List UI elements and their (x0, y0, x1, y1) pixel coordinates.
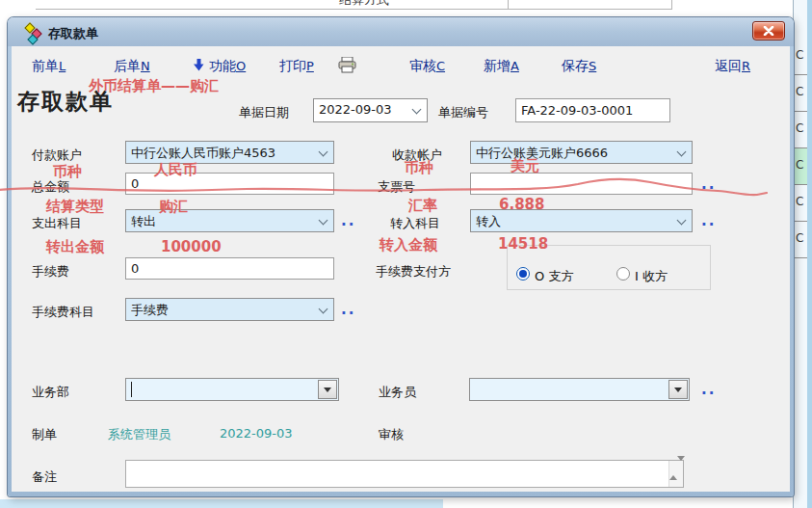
print-button[interactable]: 打印P (279, 58, 314, 75)
remark-textarea[interactable] (125, 460, 684, 488)
background-grid-line (671, 0, 672, 10)
salesman-label: 业务员 (379, 384, 416, 401)
payee-account-select[interactable]: 中行公账美元账户6666 (470, 141, 693, 164)
audit-button[interactable]: 审核C (409, 58, 445, 75)
fee-subject-browse-button[interactable]: .. (341, 301, 355, 318)
income-subject-browse-button[interactable]: .. (701, 212, 716, 229)
background-scroll-band (807, 0, 812, 508)
remark-scrollbar[interactable] (668, 461, 683, 487)
doc-date-select[interactable]: 2022-09-03 (313, 98, 428, 122)
expense-subject-browse-button[interactable]: .. (341, 212, 355, 229)
fee-subject-select[interactable]: 手续费 (125, 298, 334, 321)
annotation-currency-label-right: 币种 (405, 159, 433, 177)
fee-field[interactable]: 0 (125, 257, 334, 280)
fee-payer-radio-receiver-label[interactable]: I 收方 (635, 268, 668, 285)
dept-combo[interactable] (125, 378, 339, 401)
payer-account-label: 付款账户 (32, 147, 82, 164)
down-arrow-icon (194, 59, 204, 74)
title-bar[interactable]: 存取款单 (8, 17, 794, 46)
close-icon[interactable] (752, 21, 785, 40)
annotation-out-amount-label: 转出金额 (46, 238, 104, 256)
annotation-currency-label-left: 币种 (53, 163, 82, 181)
chevron-down-icon (677, 216, 687, 226)
doc-date-label: 单据日期 (239, 104, 289, 121)
background-window-edge (0, 499, 443, 508)
doc-no-label: 单据编号 (438, 104, 488, 121)
save-button[interactable]: 保存S (562, 58, 596, 75)
annotation-header: 外币结算单——购汇 (89, 77, 219, 95)
background-grid-line (508, 0, 509, 10)
dropdown-button[interactable] (668, 380, 688, 399)
background-table-cell: C (794, 75, 807, 112)
scroll-down-icon[interactable] (677, 456, 685, 475)
add-new-button[interactable]: 新增A (484, 58, 519, 75)
fee-payer-radio-payer[interactable] (516, 267, 530, 281)
background-column-header: 结算方式 (339, 0, 389, 9)
annotation-out-amount: 100000 (161, 238, 222, 255)
auditor-label: 审核 (379, 426, 404, 443)
next-doc-button[interactable]: 后单N (114, 58, 150, 75)
annotation-in-amount-label: 转入金额 (380, 236, 437, 254)
expense-subject-select[interactable]: 转出 (125, 209, 334, 232)
background-table-cell: C (794, 185, 807, 222)
fee-subject-label: 手续费科目 (32, 304, 94, 321)
chevron-down-icon (319, 305, 328, 314)
annotation-currency-right: 美元 (511, 157, 539, 175)
expense-subject-label: 支出科目 (32, 215, 82, 232)
function-button[interactable]: 功能O (209, 58, 246, 75)
annotation-settle-type-label: 结算类型 (46, 198, 104, 216)
annotation-in-amount: 14518 (498, 235, 548, 253)
fee-payer-radio-payer-label[interactable]: O 支方 (535, 268, 573, 285)
annotation-currency-left: 人民币 (154, 161, 197, 179)
maker-value: 系统管理员 (108, 426, 170, 443)
background-table-cell: C (794, 112, 807, 148)
scroll-up-icon[interactable] (669, 461, 677, 480)
income-subject-label: 转入科目 (390, 215, 440, 232)
background-grid-line (36, 9, 671, 10)
salesman-browse-button[interactable]: .. (701, 381, 716, 398)
doc-no-field[interactable]: FA-22-09-03-0001 (515, 98, 670, 122)
cheque-no-field[interactable] (470, 173, 693, 195)
chevron-down-icon (677, 147, 687, 157)
dropdown-button[interactable] (318, 380, 337, 399)
annotation-rate-label: 汇率 (408, 197, 437, 215)
background-table-cell: C (794, 222, 807, 258)
text-caret (131, 382, 132, 397)
background-table-cell-selected: C (794, 148, 807, 185)
cheque-no-label: 支票号 (378, 178, 415, 196)
annotation-settle-type: 购汇 (159, 198, 188, 216)
background-table-cell: C (794, 39, 807, 75)
chevron-down-icon (319, 147, 328, 157)
chevron-down-icon (412, 105, 422, 115)
window-title: 存取款单 (48, 25, 98, 42)
cheque-browse-button[interactable]: .. (701, 175, 716, 193)
return-button[interactable]: 返回R (715, 58, 750, 75)
fee-payer-label: 手续费支付方 (376, 263, 451, 281)
salesman-combo[interactable] (469, 378, 690, 401)
fee-payer-radio-receiver[interactable] (616, 267, 630, 281)
chevron-down-icon (319, 216, 328, 226)
remark-label: 备注 (32, 468, 57, 486)
annotation-rate: 6.888 (499, 196, 544, 213)
dept-label: 业务部 (32, 384, 69, 401)
app-logo-icon (24, 21, 47, 44)
fee-label: 手续费 (32, 263, 69, 281)
prev-doc-button[interactable]: 前单L (32, 58, 65, 75)
maker-date-value: 2022-09-03 (220, 426, 293, 441)
maker-label: 制单 (32, 426, 57, 443)
printer-icon[interactable] (338, 57, 357, 76)
dialog-client-area: 前单L 后单N 功能O 打印P 审核C 新增A 保存S 返回R 存取款单 单据日… (12, 46, 790, 492)
